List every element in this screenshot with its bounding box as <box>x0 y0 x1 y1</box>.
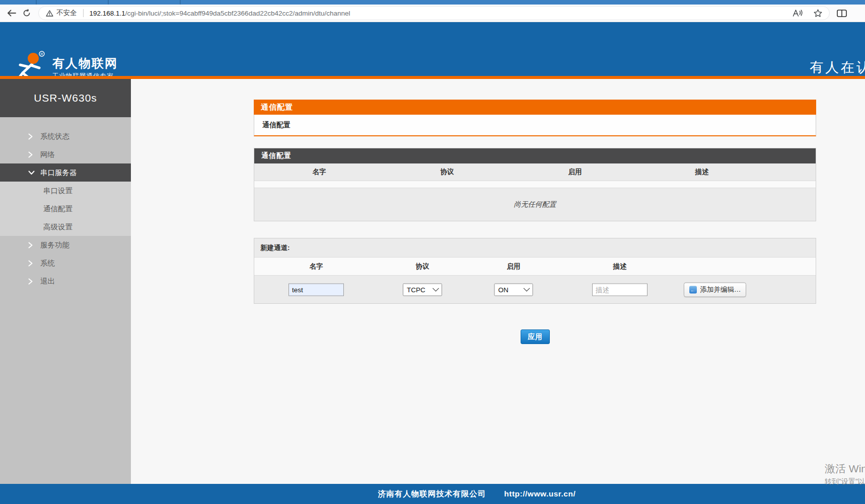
sidebar-item-system-status[interactable]: 系统状态 <box>0 127 131 145</box>
chevron-down-icon <box>524 285 530 291</box>
col-header-enable: 启用 <box>568 167 582 177</box>
description-input[interactable] <box>592 283 647 296</box>
add-and-edit-button[interactable]: ← 添加并编辑… <box>684 282 746 297</box>
browser-toolbar: 不安全 192.168.1.1/cgi-bin/luci/;stok=94cab… <box>0 5 865 22</box>
footer: 济南有人物联网技术有限公司 http://www.usr.cn/ <box>0 484 865 504</box>
split-screen-icon[interactable] <box>837 10 847 17</box>
url-host: 192.168.1.1 <box>90 10 125 17</box>
header-slogan: 有人在认 <box>810 58 865 76</box>
warning-icon <box>46 10 53 17</box>
form-col-name: 名字 <box>310 262 323 271</box>
security-label: 不安全 <box>56 9 77 18</box>
footer-company: 济南有人物联网技术有限公司 <box>378 489 486 499</box>
enable-select[interactable]: ON <box>494 283 533 296</box>
svg-text:R: R <box>40 52 43 56</box>
sidebar-item-system[interactable]: 系统 <box>0 254 131 272</box>
site-header: R 有人物联网 工业物联网通信专家 有人在认 <box>0 22 865 76</box>
protocol-select[interactable]: TCPC <box>403 283 442 296</box>
url-text: 192.168.1.1/cgi-bin/luci/;stok=94cabff94… <box>90 10 350 17</box>
col-header-protocol: 协议 <box>441 167 454 177</box>
apply-button[interactable]: 应用 <box>521 329 550 344</box>
chevron-right-icon <box>28 133 40 140</box>
chevron-right-icon <box>28 242 40 248</box>
sidebar-item-advanced-settings[interactable]: 高级设置 <box>0 218 131 236</box>
col-header-name: 名字 <box>313 167 326 177</box>
brand-title: 有人物联网 <box>52 55 118 71</box>
form-controls-row: TCPC ON ← 添加并编辑… <box>254 276 816 303</box>
read-aloud-icon[interactable] <box>792 9 803 17</box>
tab-separator <box>180 0 181 5</box>
channel-name-input[interactable] <box>289 283 344 296</box>
address-divider <box>83 9 84 17</box>
security-warning[interactable]: 不安全 <box>46 9 77 18</box>
refresh-icon[interactable] <box>19 6 34 20</box>
form-title: 新建通道: <box>254 238 816 258</box>
browser-tab-strip <box>0 0 865 5</box>
chevron-down-icon <box>28 171 40 175</box>
tab-separator <box>36 0 37 5</box>
page-title: 通信配置 <box>254 100 816 115</box>
chevron-right-icon <box>28 151 40 158</box>
form-col-protocol: 协议 <box>416 262 429 271</box>
col-header-desc: 描述 <box>695 167 709 177</box>
sidebar-item-serial-settings[interactable]: 串口设置 <box>0 182 131 200</box>
chevron-right-icon <box>28 278 40 285</box>
url-path: /cgi-bin/luci/;stok=94cabff949da5cbf2366… <box>125 10 350 17</box>
chevron-down-icon <box>432 285 439 291</box>
chevron-right-icon <box>28 260 40 267</box>
table-empty-row <box>254 181 816 188</box>
sidebar-item-logout[interactable]: 退出 <box>0 272 131 290</box>
back-icon[interactable] <box>4 6 19 20</box>
form-col-desc: 描述 <box>613 262 627 271</box>
new-channel-form: 新建通道: 名字 协议 启用 描述 TCPC ON ← 添加并编辑… <box>254 238 816 304</box>
sidebar-item-network[interactable]: 网络 <box>0 145 131 163</box>
sidebar-item-service-functions[interactable]: 服务功能 <box>0 236 131 254</box>
device-title: USR-W630s <box>0 79 131 117</box>
channel-table: 通信配置 名字 协议 启用 描述 尚无任何配置 <box>254 148 816 221</box>
sidebar: USR-W630s 系统状态 网络 串口服务器 串口设置 通信配置 <box>0 79 131 484</box>
sidebar-item-serial-server[interactable]: 串口服务器 <box>0 163 131 182</box>
table-title: 通信配置 <box>254 148 816 163</box>
windows-activation-watermark: 激活 Wind 转到"设置"以激 <box>825 462 865 486</box>
table-header-row: 名字 协议 启用 描述 <box>254 163 816 181</box>
edit-arrow-icon: ← <box>689 286 697 293</box>
sidebar-item-comm-config[interactable]: 通信配置 <box>0 200 131 218</box>
form-header-row: 名字 协议 启用 描述 <box>254 258 816 276</box>
breadcrumb: 通信配置 <box>254 115 816 136</box>
tab-separator <box>108 0 109 5</box>
table-empty-state: 尚无任何配置 <box>254 188 816 221</box>
form-col-enable: 启用 <box>507 262 521 271</box>
favorite-star-icon[interactable] <box>814 9 822 17</box>
address-bar[interactable]: 不安全 192.168.1.1/cgi-bin/luci/;stok=94cab… <box>38 6 830 20</box>
footer-website-link[interactable]: http://www.usr.cn/ <box>504 489 575 498</box>
